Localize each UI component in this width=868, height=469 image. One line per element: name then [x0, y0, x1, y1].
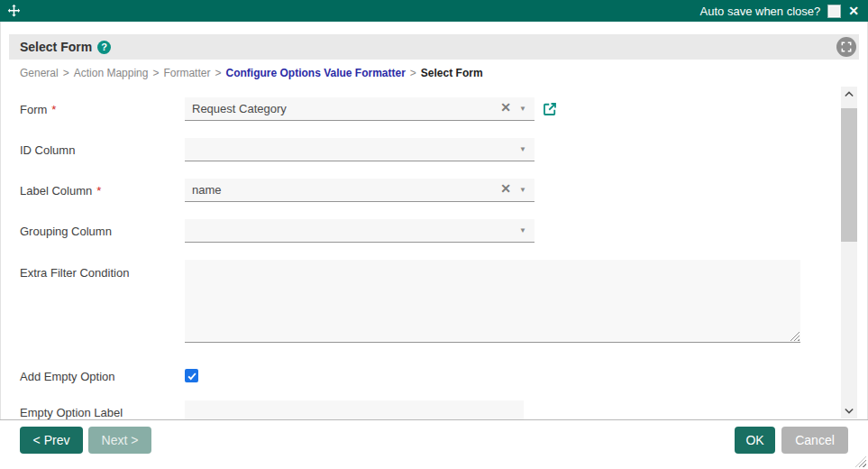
help-icon[interactable]: ? — [97, 41, 111, 54]
field-row-add-empty-option: Add Empty Option — [20, 369, 868, 383]
required-marker: * — [96, 184, 101, 198]
breadcrumb-item-general: General — [20, 67, 59, 79]
textarea-resize-handle[interactable] — [790, 331, 799, 341]
clear-icon[interactable]: ✕ — [500, 182, 511, 195]
chevron-up-icon — [845, 91, 854, 97]
field-label: Empty Option Label — [20, 400, 185, 419]
field-label-text: Form — [20, 103, 47, 116]
field-label: ID Column — [20, 138, 185, 161]
grouping-column-select[interactable]: ▼ — [185, 219, 535, 243]
breadcrumb-item-formatter: Formatter — [163, 67, 210, 79]
breadcrumb-item-action-mapping: Action Mapping — [74, 67, 149, 79]
move-icon[interactable] — [6, 4, 22, 19]
field-label: Grouping Column — [20, 219, 185, 243]
chevron-down-icon[interactable]: ▼ — [519, 186, 526, 194]
fullscreen-button[interactable] — [836, 37, 856, 57]
fullscreen-icon — [840, 41, 853, 53]
chevron-down-icon[interactable]: ▼ — [519, 145, 526, 153]
field-label-text: Extra Filter Condition — [20, 266, 129, 280]
close-icon[interactable]: ✕ — [848, 5, 859, 17]
label-column-select-value: name — [192, 183, 222, 197]
titlebar-right-controls: Auto save when close? ✕ — [700, 5, 859, 18]
field-label-text: Label Column — [20, 184, 92, 198]
breadcrumb-item-select-form: Select Form — [421, 67, 483, 79]
field-row-label-column: Label Column * name ✕ ▼ — [20, 179, 868, 202]
extra-filter-condition-textarea[interactable] — [185, 260, 800, 343]
form-select[interactable]: Request Category ✕ ▼ — [185, 97, 535, 121]
checkmark-icon — [187, 371, 197, 382]
field-row-id-column: ID Column ▼ — [20, 138, 868, 161]
breadcrumb: General>Action Mapping>Formatter>Configu… — [20, 67, 483, 79]
chevron-down-icon[interactable]: ▼ — [519, 105, 526, 113]
field-label: Extra Filter Condition — [20, 260, 185, 343]
chevron-down-icon — [845, 408, 854, 414]
page-title: Select Form — [20, 40, 92, 54]
breadcrumb-separator: > — [63, 67, 69, 79]
breadcrumb-separator: > — [152, 67, 159, 79]
scrollbar-thumb[interactable] — [841, 108, 857, 242]
ok-button[interactable]: OK — [735, 427, 775, 454]
add-empty-option-checkbox[interactable] — [185, 369, 198, 382]
field-label: Form * — [20, 97, 185, 121]
chevron-down-icon[interactable]: ▼ — [519, 226, 526, 234]
scroll-down-arrow[interactable] — [841, 403, 857, 418]
form-select-value: Request Category — [192, 102, 287, 115]
prev-button[interactable]: < Prev — [20, 427, 83, 454]
field-row-empty-option-label: Empty Option Label — [20, 400, 868, 419]
scroll-up-arrow[interactable] — [841, 87, 857, 102]
field-label-text: ID Column — [20, 143, 75, 157]
autosave-label: Auto save when close? — [700, 5, 821, 18]
breadcrumb-item-configure-options-value-formatter[interactable]: Configure Options Value Formatter — [225, 67, 405, 79]
label-column-select[interactable]: name ✕ ▼ — [185, 179, 535, 202]
field-label: Add Empty Option — [20, 369, 185, 383]
field-row-extra-filter-condition: Extra Filter Condition — [20, 260, 868, 343]
breadcrumb-separator: > — [410, 67, 416, 79]
cancel-button[interactable]: Cancel — [781, 427, 848, 454]
field-label: Label Column * — [20, 179, 185, 202]
field-label-text: Empty Option Label — [20, 406, 123, 419]
form-content: Form * Request Category ✕ ▼ ID Column ▼ … — [0, 87, 868, 419]
field-row-form: Form * Request Category ✕ ▼ — [20, 97, 868, 121]
empty-option-label-input[interactable] — [185, 400, 524, 419]
dialog-footer: < Prev Next > OK Cancel — [0, 419, 868, 469]
select-form-dialog: { "titlebar": { "autosave_label": "Auto … — [0, 0, 868, 469]
field-row-grouping-column: Grouping Column ▼ — [20, 219, 868, 243]
open-form-editor-button[interactable] — [542, 101, 558, 117]
vertical-scrollbar[interactable] — [841, 87, 857, 418]
dialog-titlebar: Auto save when close? ✕ — [0, 0, 868, 22]
autosave-checkbox[interactable] — [828, 5, 840, 17]
id-column-select[interactable]: ▼ — [185, 138, 535, 161]
required-marker: * — [51, 103, 56, 116]
field-label-text: Grouping Column — [20, 225, 112, 238]
next-button[interactable]: Next > — [88, 427, 151, 454]
breadcrumb-separator: > — [215, 67, 221, 79]
field-label-text: Add Empty Option — [20, 370, 115, 383]
external-link-icon — [542, 101, 558, 117]
dialog-header: Select Form ? — [9, 34, 859, 60]
clear-icon[interactable]: ✕ — [500, 101, 511, 114]
